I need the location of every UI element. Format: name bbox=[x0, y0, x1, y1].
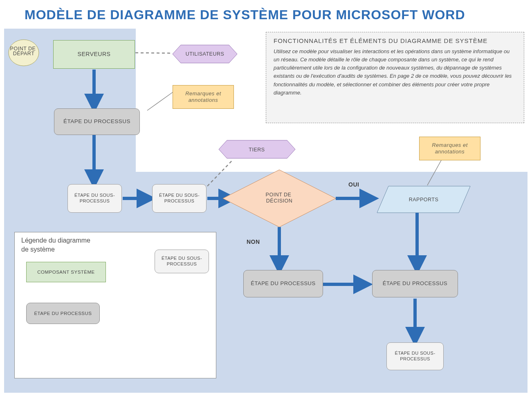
legend-subprocess-text: ÉTAPE DU SOUS-PROCESSUS bbox=[162, 256, 202, 267]
conn-servers-users bbox=[135, 53, 173, 53]
tiers-hexagon bbox=[219, 140, 295, 158]
note-text-2: Remarques etannotations bbox=[432, 142, 468, 155]
subprocess-2: ÉTAPE DU SOUS-PROCESSUS bbox=[152, 184, 207, 213]
note-box-2: Remarques etannotations bbox=[419, 137, 480, 160]
process-step-2-text: ÉTAPE DU PROCESSUS bbox=[251, 280, 315, 287]
legend-process-step-text: ÉTAPE DU PROCESSUS bbox=[34, 310, 92, 316]
subprocess-1: ÉTAPE DU SOUS-PROCESSUS bbox=[67, 184, 122, 213]
subprocess-3-text: ÉTAPE DU SOUS-PROCESSUS bbox=[395, 351, 435, 362]
process-step-2: ÉTAPE DU PROCESSUS bbox=[243, 270, 323, 297]
legend-system-component-text: COMPOSANT SYSTÈME bbox=[37, 269, 95, 275]
legend-title: Légende du diagrammede système bbox=[21, 236, 119, 254]
subprocess-1-text: ÉTAPE DU SOUS-PROCESSUS bbox=[74, 193, 115, 204]
note-box-1: Remarques etannotations bbox=[173, 85, 234, 109]
subprocess-3: ÉTAPE DU SOUS-PROCESSUS bbox=[386, 342, 444, 370]
conn-process-note bbox=[147, 90, 176, 110]
yes-label: OUI bbox=[348, 181, 359, 188]
process-step-1-text: ÉTAPE DU PROCESSUS bbox=[63, 118, 130, 125]
process-step-3: ÉTAPE DU PROCESSUS bbox=[372, 270, 458, 297]
info-box: FONCTIONNALITÉS ET ÉLÉMENTS DU DIAGRAMME… bbox=[266, 32, 524, 123]
note-text-1: Remarques etannotations bbox=[185, 90, 221, 104]
servers-text: SERVEURS bbox=[78, 51, 111, 58]
info-header: FONCTIONNALITÉS ET ÉLÉMENTS DU DIAGRAMME… bbox=[274, 37, 516, 44]
legend-process-step: ÉTAPE DU PROCESSUS bbox=[26, 303, 100, 324]
info-body: Utilisez ce modèle pour visualiser les i… bbox=[274, 47, 516, 97]
tiers-label: TIERS bbox=[249, 147, 265, 153]
process-step-1: ÉTAPE DU PROCESSUS bbox=[54, 108, 140, 135]
subprocess-2-text: ÉTAPE DU SOUS-PROCESSUS bbox=[159, 193, 200, 204]
legend-subprocess: ÉTAPE DU SOUS-PROCESSUS bbox=[155, 250, 209, 273]
page-title: MODÈLE DE DIAGRAMME DE SYSTÈME POUR MICR… bbox=[25, 7, 465, 22]
users-label: UTILISATEURS bbox=[186, 51, 224, 57]
process-step-3-text: ÉTAPE DU PROCESSUS bbox=[383, 280, 447, 287]
users-hexagon bbox=[173, 45, 237, 63]
no-label: NON bbox=[247, 239, 260, 245]
servers-box: SERVEURS bbox=[53, 40, 135, 69]
legend-system-component: COMPOSANT SYSTÈME bbox=[26, 262, 106, 282]
